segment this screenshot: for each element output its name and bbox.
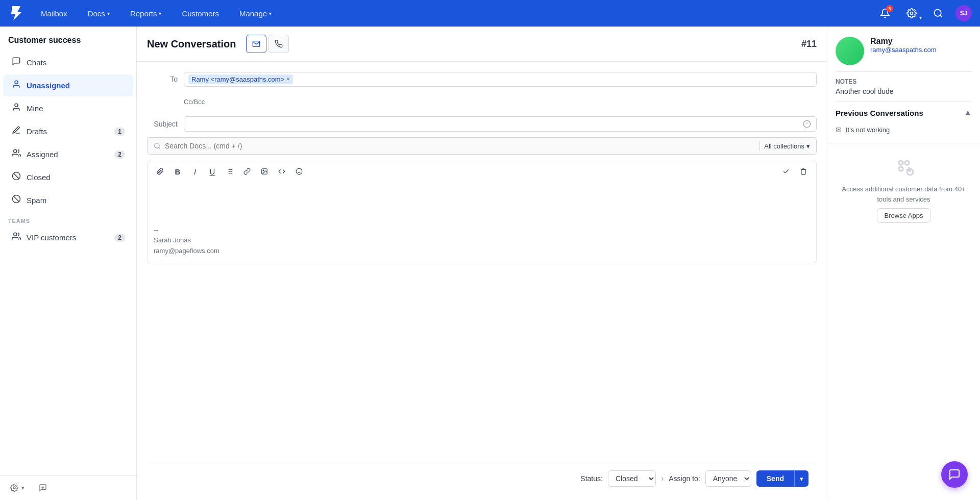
doc-search-input[interactable] — [165, 142, 755, 150]
user-avatar[interactable]: SJ — [955, 5, 972, 21]
svg-point-4 — [15, 81, 18, 84]
svg-point-1 — [911, 12, 913, 15]
subject-icon — [803, 120, 811, 128]
sidebar-item-label: Drafts — [27, 127, 47, 136]
notes-text: Another cool dude — [836, 87, 972, 95]
svg-line-3 — [940, 15, 942, 17]
nav-manage[interactable]: Manage ▾ — [235, 6, 276, 21]
sidebar-item-unassigned[interactable]: Unassigned — [3, 74, 133, 96]
italic-button[interactable]: I — [187, 164, 203, 179]
sidebar-item-label: Mine — [27, 104, 43, 113]
delete-button[interactable] — [796, 164, 811, 179]
send-bar: Status: Closed Open Pending › Assign to:… — [147, 465, 817, 492]
subject-label: Subject — [147, 120, 178, 128]
cc-bcc-button[interactable]: Cc/Bcc — [184, 96, 205, 108]
svg-point-34 — [907, 169, 913, 175]
contact-avatar — [836, 37, 864, 65]
emoji-button[interactable] — [291, 164, 307, 179]
to-field[interactable]: Ramy <ramy@saaspaths.com> × — [184, 72, 817, 87]
prev-convs-title: Previous Conversations — [836, 109, 923, 117]
to-row: To Ramy <ramy@saaspaths.com> × — [147, 70, 817, 88]
sidebar-item-label: Chats — [27, 58, 46, 67]
search-button[interactable] — [929, 4, 947, 22]
sidebar-item-closed[interactable]: Closed — [3, 166, 133, 188]
collection-selector[interactable]: All collections ▾ — [764, 142, 810, 150]
collapse-icon[interactable]: ▲ — [964, 108, 972, 117]
sidebar-item-chats[interactable]: Chats — [3, 52, 133, 73]
check-button[interactable] — [778, 164, 794, 179]
link-button[interactable] — [239, 164, 255, 179]
nav-docs[interactable]: Docs ▾ — [84, 6, 114, 21]
conversation-title: New Conversation — [147, 38, 236, 50]
right-panel: Ramy ramy@saaspaths.com Notes Another co… — [827, 27, 980, 500]
logo[interactable] — [8, 5, 24, 21]
notification-badge: 5 — [886, 5, 893, 12]
notes-label: Notes — [836, 78, 972, 85]
prev-convs-header: Previous Conversations ▲ — [836, 108, 972, 117]
sidebar-item-mine[interactable]: Mine — [3, 97, 133, 119]
phone-type-button[interactable] — [268, 35, 289, 53]
contact-notes: Notes Another cool dude — [827, 72, 980, 102]
list-button[interactable] — [222, 164, 237, 179]
settings-button[interactable]: ▾ — [902, 4, 921, 22]
svg-point-31 — [899, 161, 903, 165]
status-label: Status: — [580, 474, 603, 483]
svg-point-28 — [296, 168, 302, 174]
remove-recipient-button[interactable]: × — [286, 76, 290, 83]
svg-point-33 — [899, 167, 903, 171]
sidebar-item-label: VIP customers — [27, 233, 76, 242]
attach-button[interactable] — [153, 164, 168, 179]
subject-field[interactable] — [184, 116, 817, 132]
contact-email[interactable]: ramy@saaspaths.com — [870, 46, 972, 54]
browse-apps-button[interactable]: Browse Apps — [877, 208, 931, 223]
image-button[interactable] — [257, 164, 272, 179]
nav-reports[interactable]: Reports ▾ — [126, 6, 166, 21]
assign-label: Assign to: — [669, 474, 700, 483]
send-dropdown-button[interactable]: ▾ — [794, 470, 808, 487]
svg-point-18 — [155, 143, 159, 148]
svg-line-10 — [14, 196, 19, 202]
assign-select[interactable]: Anyone — [705, 470, 751, 487]
code-button[interactable] — [274, 164, 289, 179]
svg-marker-0 — [11, 6, 21, 20]
chevron-down-icon: ▾ — [806, 142, 810, 150]
sidebar-item-assigned[interactable]: Assigned 2 — [3, 143, 133, 165]
contact-info: Ramy ramy@saaspaths.com — [870, 37, 972, 54]
sidebar-item-vip[interactable]: VIP customers 2 — [3, 227, 133, 248]
top-navigation: Mailbox Docs ▾ Reports ▾ Customers Manag… — [0, 0, 980, 27]
prev-conv-item[interactable]: ✉ It's not working — [836, 122, 972, 137]
underline-button[interactable]: U — [205, 164, 220, 179]
editor-body[interactable]: -- Sarah Jonas ramy@pageflows.com — [147, 182, 817, 263]
contact-name: Ramy — [870, 37, 972, 46]
sidebar-item-drafts[interactable]: Drafts 1 — [3, 120, 133, 142]
vip-icon — [11, 232, 21, 243]
divider — [760, 141, 760, 151]
apps-icon — [892, 154, 916, 180]
prev-conv-label: It's not working — [846, 126, 890, 134]
spam-icon — [11, 194, 21, 206]
notifications-button[interactable]: 5 — [876, 4, 894, 22]
nav-mailbox[interactable]: Mailbox — [37, 6, 71, 21]
svg-point-27 — [263, 170, 264, 171]
status-select[interactable]: Closed Open Pending — [608, 470, 656, 487]
settings-footer-button[interactable]: ▾ — [4, 480, 31, 496]
chat-bubble-button[interactable] — [941, 461, 968, 488]
chevron-down-icon: ▾ — [269, 11, 272, 16]
vip-count: 2 — [114, 234, 125, 242]
chevron-down-icon: ▾ — [107, 11, 110, 16]
compose-footer-button[interactable] — [33, 480, 53, 496]
apps-section: Access additional customer data from 40+… — [827, 143, 980, 233]
arrow-icon: › — [661, 474, 664, 483]
nav-customers[interactable]: Customers — [178, 6, 223, 21]
settings-chevron-icon: ▾ — [919, 15, 922, 20]
editor-toolbar: B I U — [147, 161, 817, 182]
chevron-down-icon: ▾ — [159, 11, 161, 16]
conversation-type-buttons — [246, 35, 289, 53]
sidebar-item-spam[interactable]: Spam — [3, 189, 133, 211]
svg-line-8 — [14, 173, 19, 179]
email-type-button[interactable] — [246, 35, 266, 53]
bold-button[interactable]: B — [170, 164, 185, 179]
svg-point-2 — [935, 10, 941, 16]
send-button[interactable]: Send — [756, 470, 794, 487]
compose-area: To Ramy <ramy@saaspaths.com> × Cc/Bcc Su… — [137, 62, 827, 500]
